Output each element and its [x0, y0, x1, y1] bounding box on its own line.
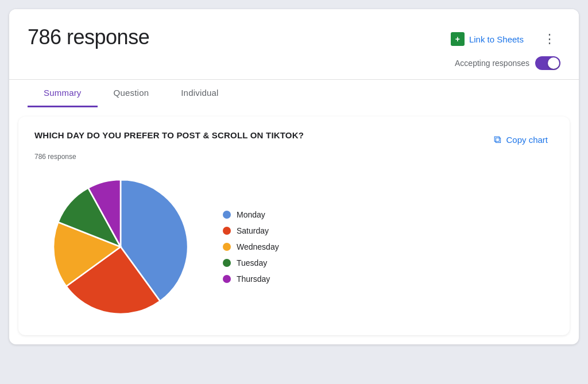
chart-header: WHICH DAY DO YOU PREFER TO POST & SCROLL… [34, 130, 554, 149]
more-options-button[interactable]: ⋮ [539, 30, 560, 48]
tab-question[interactable]: Question [98, 80, 165, 107]
legend-label: Monday [237, 210, 265, 219]
legend-item: Tuesday [223, 258, 279, 267]
response-title: 786 response [28, 25, 149, 49]
tab-individual[interactable]: Individual [165, 80, 234, 107]
chart-title: WHICH DAY DO YOU PREFER TO POST & SCROLL… [34, 130, 304, 140]
legend-label: Wednesday [237, 242, 279, 251]
copy-chart-button[interactable]: ⧉ Copy chart [488, 130, 554, 149]
legend-item: Saturday [223, 226, 279, 235]
header-top: 786 response + Link to Sheets ⋮ [28, 25, 560, 49]
link-to-sheets-button[interactable]: + Link to Sheets [445, 29, 529, 49]
legend: MondaySaturdayWednesdayTuesdayThursday [223, 210, 279, 284]
accepting-label: Accepting responses [455, 59, 529, 68]
chart-content: MondaySaturdayWednesdayTuesdayThursday [34, 172, 554, 321]
pie-chart [46, 172, 195, 321]
chart-section: WHICH DAY DO YOU PREFER TO POST & SCROLL… [18, 117, 570, 335]
accepting-row: Accepting responses [28, 56, 560, 70]
tabs-row: Summary Question Individual [9, 79, 579, 107]
legend-item: Wednesday [223, 242, 279, 251]
copy-icon: ⧉ [494, 134, 501, 146]
chart-response-count: 786 response [34, 153, 554, 161]
toggle-knob [548, 57, 559, 69]
legend-item: Thursday [223, 274, 279, 284]
copy-chart-label: Copy chart [506, 135, 548, 145]
header-actions: + Link to Sheets ⋮ [445, 29, 560, 49]
link-to-sheets-label: Link to Sheets [469, 34, 524, 44]
legend-dot [223, 243, 231, 251]
legend-dot [223, 227, 231, 235]
legend-label: Saturday [237, 226, 269, 235]
legend-label: Tuesday [237, 258, 267, 267]
legend-dot [223, 275, 231, 283]
more-icon: ⋮ [543, 32, 556, 46]
accepting-toggle[interactable] [535, 56, 560, 70]
tab-summary[interactable]: Summary [28, 80, 98, 107]
legend-item: Monday [223, 210, 279, 219]
sheets-icon: + [451, 32, 465, 46]
legend-dot [223, 259, 231, 267]
main-card: 786 response + Link to Sheets ⋮ Acceptin… [9, 9, 579, 344]
legend-dot [223, 211, 231, 219]
header-section: 786 response + Link to Sheets ⋮ Acceptin… [9, 9, 579, 107]
legend-label: Thursday [237, 274, 270, 284]
pie-svg [46, 172, 195, 321]
